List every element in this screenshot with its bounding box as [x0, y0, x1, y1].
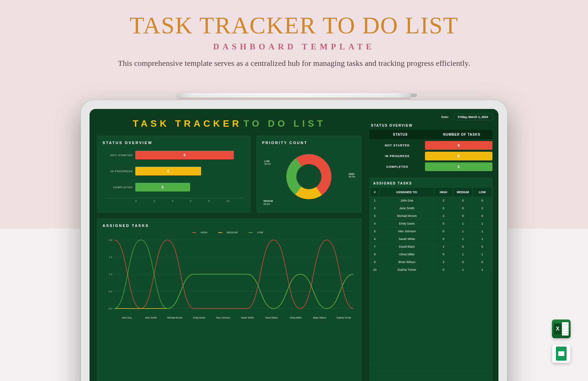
assigned-line-chart: 0.00.51.01.52.0 [103, 236, 356, 314]
status-row: NOT STARTED9 [370, 141, 492, 150]
page-header: TASK TRACKER TO DO LIST DASHBOARD TEMPLA… [0, 0, 588, 68]
google-sheets-icon[interactable] [552, 344, 571, 363]
table-row: 1John Doe200 [370, 197, 492, 204]
bar-row: NOT STARTED9 [105, 148, 245, 162]
bar-row: IN PROGRESS6 [105, 164, 245, 178]
assigned-table-title: ASSIGNED TASKS [373, 181, 492, 185]
table-row: 4Emily Davis011 [370, 220, 492, 227]
main-title: TASK TRACKER TO DO LIST [0, 12, 588, 39]
status-overview-right-title: STATUS OVERVIEW [371, 124, 492, 127]
table-row: 5Alex Johnson011 [370, 227, 492, 235]
status-row: IN PROGRESS6 [370, 152, 492, 160]
assigned-tasks-title: ASSIGNED TASKS [103, 224, 356, 228]
table-row: 10Sophia Turner011 [370, 266, 492, 273]
donut-label-medium: MEDIUM20.0% [264, 200, 273, 206]
bar-row: COMPLETED5 [105, 180, 245, 194]
dashboard-title: TASK TRACKER TO DO LIST [97, 118, 361, 129]
assigned-table: ASSIGNED TASKS # ASSIGNED TO: HIGH MEDIU… [370, 178, 492, 381]
tablet-frame: TASK TRACKER TO DO LIST STATUS OVERVIEW … [81, 100, 507, 381]
app-icons [552, 320, 571, 363]
priority-count-panel: PRIORITY COUNT HIGH50.0% LOW30.0% MEDIUM… [257, 136, 362, 213]
line-x-names: John DoeJane SmithMichael BrownEmily Dav… [115, 316, 356, 319]
table-row: 9Brian Wilson200 [370, 258, 492, 266]
status-table-head: STATUS NUMBER OF TASKS [370, 130, 492, 139]
subtitle: DASHBOARD TEMPLATE [0, 42, 588, 51]
status-overview-title: STATUS OVERVIEW [103, 141, 245, 145]
table-row: 8Olivia Miller011 [370, 250, 492, 258]
svg-text:1.5: 1.5 [109, 256, 112, 259]
assigned-table-empty [370, 326, 492, 381]
bar-x-axis: 0246810 [135, 200, 245, 203]
svg-text:2.0: 2.0 [109, 239, 112, 242]
status-overview-panel: STATUS OVERVIEW NOT STARTED9IN PROGRESS6… [97, 136, 251, 213]
assigned-tasks-panel: ASSIGNED TASKS HIGH MEDIUM LOW 0.00.51.0… [97, 219, 361, 381]
svg-text:0.0: 0.0 [109, 307, 112, 310]
stylus-icon [177, 93, 411, 98]
donut-icon [278, 145, 340, 208]
table-row: 3Michael Brown200 [370, 212, 492, 220]
line-legend: HIGH MEDIUM LOW [103, 231, 356, 234]
date-row: Date: Friday, March 1, 2024 [370, 114, 492, 120]
table-row: 7David Black200 [370, 243, 492, 250]
date-label: Date: [441, 115, 449, 119]
svg-text:0.5: 0.5 [109, 290, 112, 293]
dashboard-screen: TASK TRACKER TO DO LIST STATUS OVERVIEW … [90, 109, 498, 381]
assigned-table-head: # ASSIGNED TO: HIGH MEDIUM LOW [370, 188, 492, 197]
svg-text:1.0: 1.0 [109, 273, 112, 276]
status-bar-chart: NOT STARTED9IN PROGRESS6COMPLETED5 [105, 148, 245, 198]
table-row: 6Sarah White011 [370, 235, 492, 243]
date-value: Friday, March 1, 2024 [454, 114, 492, 120]
excel-icon[interactable] [552, 320, 571, 338]
donut-label-low: LOW30.0% [264, 160, 271, 166]
priority-count-title: PRIORITY COUNT [262, 141, 356, 145]
table-row: 2Jane Smith002 [370, 204, 492, 212]
description: This comprehensive template serves as a … [0, 59, 588, 68]
priority-donut-chart: HIGH50.0% LOW30.0% MEDIUM20.0% [262, 148, 356, 205]
status-row: COMPLETED5 [370, 162, 492, 171]
donut-label-high: HIGH50.0% [348, 173, 355, 178]
